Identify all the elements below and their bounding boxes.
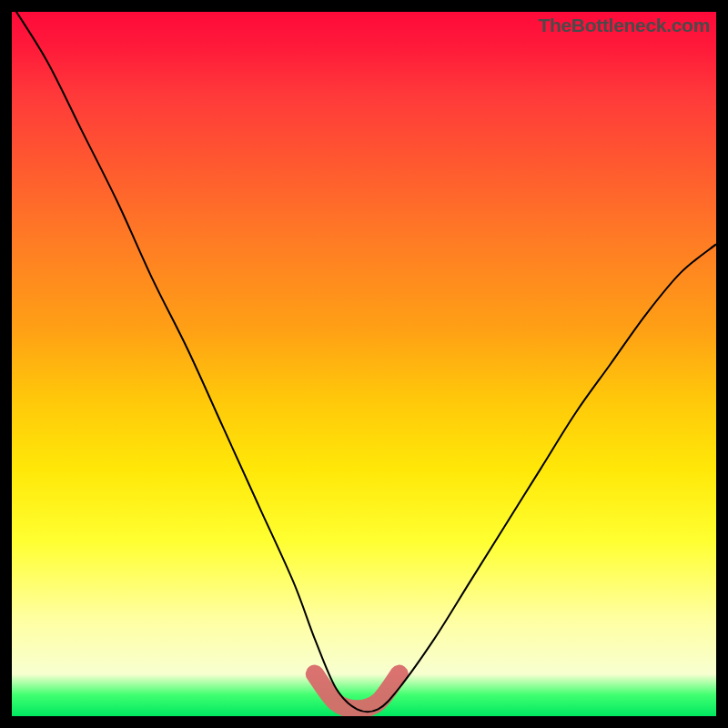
- chart-frame: TheBottleneck.com: [0, 0, 728, 728]
- bottleneck-curve: [12, 12, 716, 712]
- plot-area: [12, 12, 716, 716]
- watermark-text: TheBottleneck.com: [538, 15, 710, 36]
- curve-overlay: [12, 12, 716, 716]
